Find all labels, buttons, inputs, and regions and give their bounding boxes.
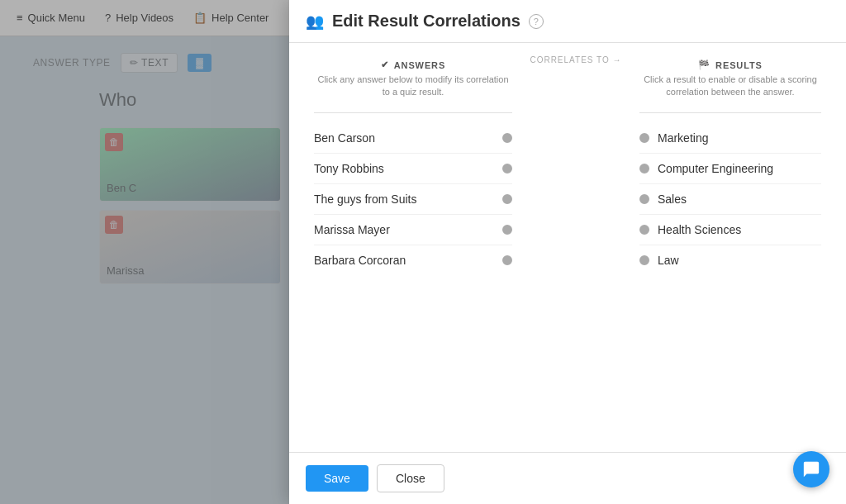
result-dot-4 <box>639 225 649 235</box>
result-label-3: Sales <box>658 193 687 206</box>
answer-label-2: Tony Robbins <box>314 162 384 175</box>
result-row-3[interactable]: Sales <box>639 184 821 215</box>
answer-dot-3 <box>502 194 512 204</box>
answer-row-4[interactable]: Marissa Mayer <box>314 215 512 245</box>
check-icon: ✔ <box>381 59 389 70</box>
results-heading: 🏁 RESULTS <box>639 59 821 70</box>
answers-divider <box>314 112 512 113</box>
answer-label-5: Barbara Corcoran <box>314 254 406 267</box>
modal-edit-correlations: 👥 Edit Result Correlations ? ✔ ANSWERS C… <box>289 0 846 504</box>
answer-row-1[interactable]: Ben Carson <box>314 123 512 154</box>
correlation-container: ✔ ANSWERS Click any answer below to modi… <box>314 59 821 435</box>
results-divider <box>639 112 821 113</box>
result-label-5: Law <box>658 254 679 267</box>
result-row-2[interactable]: Computer Engineering <box>639 154 821 184</box>
result-row-5[interactable]: Law <box>639 245 821 275</box>
results-column: 🏁 RESULTS Click a result to enable or di… <box>639 59 821 275</box>
answer-label-3: The guys from Suits <box>314 193 417 206</box>
modal-header: 👥 Edit Result Correlations ? <box>289 0 846 43</box>
chat-bubble-button[interactable] <box>793 451 829 487</box>
modal-footer: Save Close <box>289 452 846 504</box>
correlates-label-container: CORRELATES TO → <box>530 55 621 64</box>
save-button[interactable]: Save <box>306 465 368 492</box>
result-label-2: Computer Engineering <box>658 162 773 175</box>
result-dot-1 <box>639 133 649 143</box>
result-row-1[interactable]: Marketing <box>639 123 821 154</box>
chat-icon <box>802 460 820 478</box>
result-label-4: Health Sciences <box>658 223 741 236</box>
flag-icon: 🏁 <box>698 59 711 70</box>
answer-label-1: Ben Carson <box>314 131 375 145</box>
answers-heading: ✔ ANSWERS <box>314 59 512 70</box>
answer-row-3[interactable]: The guys from Suits <box>314 184 512 215</box>
answer-dot-4 <box>502 225 512 235</box>
result-label-1: Marketing <box>658 131 708 145</box>
results-subtitle: Click a result to enable or disable a sc… <box>639 74 821 99</box>
answers-column: ✔ ANSWERS Click any answer below to modi… <box>314 59 512 275</box>
result-dot-2 <box>639 164 649 174</box>
correlates-to-label: CORRELATES TO → <box>530 55 621 64</box>
answer-row-2[interactable]: Tony Robbins <box>314 154 512 184</box>
help-icon[interactable]: ? <box>529 14 544 29</box>
close-button[interactable]: Close <box>377 464 444 492</box>
result-dot-5 <box>639 255 649 265</box>
answers-subtitle: Click any answer below to modify its cor… <box>314 74 512 99</box>
answer-label-4: Marissa Mayer <box>314 223 390 236</box>
answer-row-5[interactable]: Barbara Corcoran <box>314 245 512 275</box>
modal-body: ✔ ANSWERS Click any answer below to modi… <box>289 43 846 452</box>
answer-dot-5 <box>502 255 512 265</box>
people-icon: 👥 <box>306 12 324 31</box>
result-row-4[interactable]: Health Sciences <box>639 215 821 245</box>
answer-dot-1 <box>502 133 512 143</box>
results-header: 🏁 RESULTS Click a result to enable or di… <box>639 59 821 99</box>
answer-dot-2 <box>502 164 512 174</box>
modal-title: Edit Result Correlations <box>332 12 520 31</box>
answers-header: ✔ ANSWERS Click any answer below to modi… <box>314 59 512 99</box>
result-dot-3 <box>639 194 649 204</box>
